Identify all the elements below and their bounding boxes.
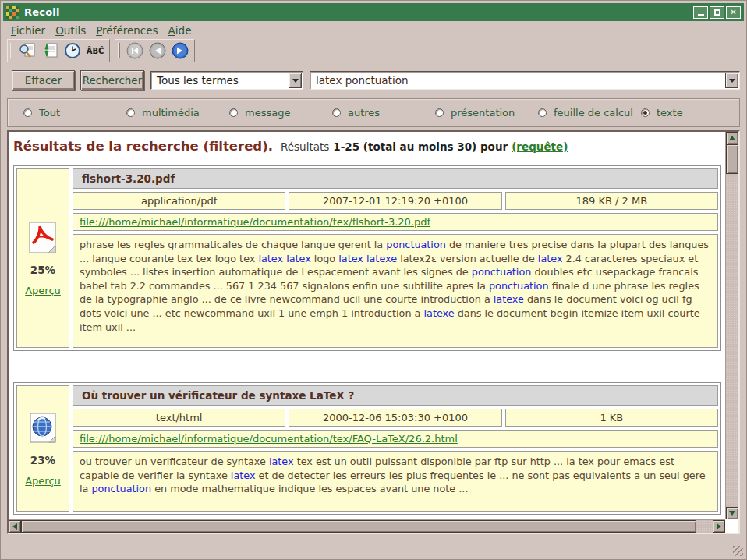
maximize-button[interactable]: [710, 6, 724, 19]
advanced-search-icon: [19, 42, 36, 59]
result-mime-type: application/pdf: [73, 192, 285, 210]
advanced-search-button[interactable]: [18, 41, 37, 60]
radio-icon: [435, 108, 444, 117]
filter-radio-autres[interactable]: autres: [332, 107, 435, 119]
arrow-up-icon: [729, 136, 735, 140]
result-detail: flshort-3.20.pdfapplication/pdf2007-12-0…: [73, 168, 718, 348]
query-link[interactable]: (requête): [512, 140, 568, 153]
filter-radio-multimédia[interactable]: multimédia: [126, 107, 229, 119]
preview-link[interactable]: Aperçu: [25, 285, 61, 296]
search-query-input[interactable]: latex ponctuation: [310, 74, 725, 87]
radio-icon: [23, 108, 32, 117]
clear-button[interactable]: Effacer: [12, 70, 75, 90]
result-title: Où trouver un vérificateur de syntaxe La…: [73, 385, 718, 406]
filter-radio-tout[interactable]: Tout: [23, 107, 126, 119]
result-url-row: file:///home/michael/informatique/docume…: [73, 430, 718, 448]
results-title: Résultats de la recherche (filtered).: [13, 139, 273, 154]
menu-fichier[interactable]: Fichier: [11, 24, 45, 37]
results-prefix: Résultats: [281, 140, 329, 153]
sort-parameters-button[interactable]: [41, 41, 59, 60]
result-meta-row: application/pdf2007-12-01 12:19:20 +0100…: [73, 192, 718, 210]
arrow-down-icon: [729, 511, 735, 516]
menu-preferences[interactable]: Préférences: [96, 24, 158, 37]
arrow-left-icon: [149, 42, 166, 59]
search-query-combo[interactable]: latex ponctuation: [310, 71, 740, 90]
snippet-text: ou trouver un verificateur de syntaxe: [80, 455, 269, 467]
titlebar[interactable]: Recoll ✕: [3, 3, 744, 21]
filter-bar: Toutmultimédiamessageautresprésentationf…: [7, 98, 740, 127]
search-mode-select[interactable]: Tous les termes: [150, 71, 303, 90]
result-entry: 23%AperçuOù trouver un vérificateur de s…: [13, 382, 721, 515]
scroll-down-button[interactable]: [726, 507, 738, 519]
radio-icon: [332, 108, 341, 117]
toolbar-handle[interactable]: [118, 43, 120, 58]
horizontal-scroll-thumb[interactable]: [21, 520, 696, 533]
highlighted-term: latexe: [423, 307, 454, 319]
prev-page-button[interactable]: [148, 41, 167, 60]
highlighted-term: ponctuation: [386, 239, 446, 250]
highlighted-term: latex latex: [258, 253, 310, 264]
history-button[interactable]: [63, 41, 82, 60]
highlighted-term: latex: [231, 470, 256, 481]
dropdown-button[interactable]: [289, 73, 302, 88]
radio-label: message: [245, 107, 290, 119]
highlighted-term: latex: [538, 253, 563, 264]
scroll-up-button[interactable]: [726, 132, 738, 144]
snippet-text: en mode mathematique indique les espaces…: [151, 483, 468, 494]
highlighted-term: latex: [269, 455, 294, 467]
next-page-button[interactable]: [171, 41, 189, 60]
filter-radio-feuille-de-calcul[interactable]: feuille de calcul: [538, 107, 641, 119]
result-url-link[interactable]: file:///home/michael/informatique/docume…: [80, 216, 430, 228]
menu-outils[interactable]: Outils: [55, 24, 86, 37]
radio-icon: [641, 108, 650, 117]
snippet-text: phrase les regles grammaticales de chaqu…: [80, 239, 386, 250]
results-frame: Résultats de la recherche (filtered).Rés…: [7, 130, 740, 534]
toolbar-handle[interactable]: [10, 43, 12, 58]
arrow-right-icon: [172, 42, 189, 59]
radio-label: Tout: [39, 107, 60, 119]
horizontal-scrollbar[interactable]: [9, 519, 725, 533]
resize-grip[interactable]: [733, 546, 743, 556]
snippet-text: latex2ε version actuelle de: [397, 253, 538, 264]
scroll-left-button[interactable]: [9, 520, 21, 533]
chevron-down-icon: [292, 79, 299, 83]
close-button[interactable]: ✕: [726, 6, 741, 19]
highlighted-term: ponctuation: [472, 266, 532, 278]
dropdown-button[interactable]: [725, 73, 738, 88]
radio-icon: [538, 108, 547, 117]
pdf-document-icon: [27, 221, 59, 255]
recoll-window: Recoll ✕ Fichier Outils Préférences Aide: [0, 0, 747, 560]
filter-radio-message[interactable]: message: [229, 107, 332, 119]
recoll-app-icon: [6, 6, 19, 19]
result-mime-type: text/html: [73, 409, 285, 427]
vertical-scrollbar[interactable]: [725, 132, 738, 519]
radio-label: feuille de calcul: [554, 107, 633, 119]
result-entry: 25%Aperçuflshort-3.20.pdfapplication/pdf…: [13, 165, 721, 351]
toolbar-group-tools: ÂBĈ: [7, 39, 110, 62]
prev-page-disabled-button[interactable]: [126, 41, 144, 60]
result-date: 2000-12-06 15:03:30 +0100: [289, 409, 501, 427]
toolbar-group-nav: [115, 39, 195, 62]
radio-icon: [126, 108, 135, 117]
highlighted-term: ponctuation: [489, 280, 549, 292]
result-snippet: ou trouver un verificateur de syntaxe la…: [73, 451, 718, 512]
relevance-percent: 23%: [30, 454, 55, 466]
menu-aide[interactable]: Aide: [168, 24, 192, 37]
results-header: Résultats de la recherche (filtered).Rés…: [13, 139, 725, 154]
term-explorer-icon: ÂBĈ: [87, 47, 104, 55]
result-url-link[interactable]: file:///home/michael/informatique/docume…: [80, 433, 458, 445]
result-meta-row: text/html2000-12-06 15:03:30 +01001 KB: [73, 409, 718, 427]
term-explorer-button[interactable]: ÂBĈ: [86, 41, 104, 60]
preview-link[interactable]: Aperçu: [25, 475, 61, 487]
minimize-button[interactable]: [693, 6, 708, 19]
scroll-right-button[interactable]: [713, 520, 725, 533]
filter-radio-texte[interactable]: texte: [641, 107, 744, 119]
vertical-scroll-thumb[interactable]: [726, 144, 738, 174]
status-bar: [1, 533, 746, 559]
arrow-left-icon: [12, 523, 17, 530]
vertical-scroll-track[interactable]: [726, 174, 738, 507]
history-clock-icon: [64, 42, 81, 59]
filter-radio-présentation[interactable]: présentation: [435, 107, 538, 119]
search-mode-value: Tous les termes: [151, 74, 289, 87]
search-button[interactable]: Rechercher: [80, 70, 144, 90]
